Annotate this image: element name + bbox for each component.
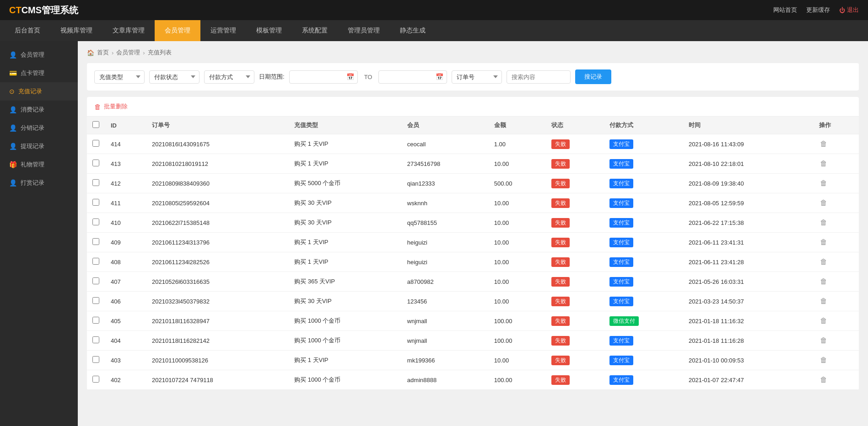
type-filter[interactable]: 充值类型 购买VIP 购买金币 xyxy=(94,70,145,84)
row-id: 403 xyxy=(105,351,146,370)
date-from-wrap: 📅 xyxy=(289,70,358,84)
nav-update-link[interactable]: 更新缓存 xyxy=(806,6,830,14)
search-input[interactable] xyxy=(507,70,571,84)
date-from-input[interactable] xyxy=(289,70,358,84)
nav-item-template[interactable]: 模板管理 xyxy=(246,20,292,41)
breadcrumb: 🏠 首页 › 会员管理 › 充值列表 xyxy=(87,48,859,57)
row-checkbox[interactable] xyxy=(92,140,99,147)
power-icon: ⏻ xyxy=(839,7,845,14)
delete-row-button[interactable]: 🗑 xyxy=(819,375,828,385)
nav-item-member[interactable]: 会员管理 xyxy=(155,20,200,41)
table-header-row: ID 订单号 充值类型 会员 金额 状态 付款方式 时间 操作 xyxy=(87,117,859,134)
pay-filter[interactable]: 付款方式 支付宝 微信支付 xyxy=(204,70,254,84)
main-content: 🏠 首页 › 会员管理 › 充值列表 充值类型 购买VIP 购买金币 付款状态 … xyxy=(78,41,868,426)
row-checkbox[interactable] xyxy=(92,160,99,166)
row-checkbox-cell xyxy=(87,370,105,390)
row-checkbox[interactable] xyxy=(92,258,99,265)
pay-badge: 支付宝 xyxy=(609,159,633,169)
row-checkbox[interactable] xyxy=(92,317,99,324)
breadcrumb-current: 充值列表 xyxy=(148,48,172,57)
batch-delete-button[interactable]: 🗑 批量删除 xyxy=(94,102,128,111)
status-filter[interactable]: 付款状态 成功 失败 xyxy=(149,70,199,84)
row-checkbox[interactable] xyxy=(92,179,99,186)
row-id: 408 xyxy=(105,252,146,272)
breadcrumb-parent[interactable]: 会员管理 xyxy=(116,48,140,57)
delete-row-button[interactable]: 🗑 xyxy=(819,139,828,149)
row-checkbox[interactable] xyxy=(92,199,99,206)
col-pay: 付款方式 xyxy=(604,117,683,134)
row-amount: 10.00 xyxy=(489,213,546,233)
row-checkbox[interactable] xyxy=(92,277,99,284)
row-checkbox[interactable] xyxy=(92,238,99,245)
row-order: 20210118l116328947 xyxy=(146,311,289,331)
sidebar-label-gift: 礼物管理 xyxy=(21,160,44,169)
sidebar-item-reward[interactable]: 👤 打赏记录 xyxy=(0,174,78,192)
order-filter[interactable]: 订单号 xyxy=(452,70,502,84)
nav-item-dashboard[interactable]: 后台首页 xyxy=(5,20,50,41)
row-member: qq5788155 xyxy=(402,213,489,233)
delete-row-button[interactable]: 🗑 xyxy=(819,237,828,247)
breadcrumb-home[interactable]: 首页 xyxy=(97,48,109,57)
row-order: 20210622l715385148 xyxy=(146,213,289,233)
row-order: 20210805l259592604 xyxy=(146,193,289,213)
delete-row-button[interactable]: 🗑 xyxy=(819,178,828,188)
nav-item-static[interactable]: 静态生成 xyxy=(390,20,436,41)
sidebar-item-recharge[interactable]: ⊙ 充值记录 xyxy=(0,82,78,101)
row-checkbox[interactable] xyxy=(92,336,99,343)
date-to-input[interactable] xyxy=(378,70,447,84)
sidebar: 👤 会员管理 💳 点卡管理 ⊙ 充值记录 👤 消费记录 👤 分销记录 👤 提现记… xyxy=(0,41,78,426)
row-time: 2021-03-23 14:50:37 xyxy=(683,292,814,311)
sidebar-item-member[interactable]: 👤 会员管理 xyxy=(0,46,78,64)
table-row: 412 20210809l838409360 购买 5000 个金币 qian1… xyxy=(87,174,859,193)
row-time: 2021-06-11 23:41:31 xyxy=(683,233,814,252)
nav-item-video[interactable]: 视频库管理 xyxy=(50,20,102,41)
row-id: 405 xyxy=(105,311,146,331)
row-member: heiguizi xyxy=(402,233,489,252)
row-order: 20210810218019112 xyxy=(146,154,289,174)
logout-button[interactable]: ⏻ 退出 xyxy=(839,6,859,14)
nav-item-system[interactable]: 系统配置 xyxy=(292,20,338,41)
sidebar-label-withdraw: 提现记录 xyxy=(21,142,44,150)
delete-row-button[interactable]: 🗑 xyxy=(819,316,828,326)
sidebar-item-withdraw[interactable]: 👤 提现记录 xyxy=(0,137,78,155)
delete-row-button[interactable]: 🗑 xyxy=(819,355,828,365)
sidebar-item-card[interactable]: 💳 点卡管理 xyxy=(0,64,78,82)
delete-row-button[interactable]: 🗑 xyxy=(819,296,828,306)
select-all-checkbox[interactable] xyxy=(92,121,99,128)
nav-item-operation[interactable]: 运营管理 xyxy=(200,20,246,41)
row-time: 2021-08-05 12:59:59 xyxy=(683,193,814,213)
delete-row-button[interactable]: 🗑 xyxy=(819,257,828,267)
row-checkbox[interactable] xyxy=(92,356,99,363)
sidebar-item-distribution[interactable]: 👤 分销记录 xyxy=(0,119,78,137)
delete-row-button[interactable]: 🗑 xyxy=(819,198,828,208)
nav-item-article[interactable]: 文章库管理 xyxy=(102,20,155,41)
sidebar-item-consume[interactable]: 👤 消费记录 xyxy=(0,101,78,119)
row-action: 🗑 xyxy=(814,174,859,193)
delete-row-button[interactable]: 🗑 xyxy=(819,335,828,346)
col-status: 状态 xyxy=(546,117,604,134)
row-type: 购买 30 天VIP xyxy=(289,193,402,213)
row-id: 411 xyxy=(105,193,146,213)
sidebar-item-gift[interactable]: 🎁 礼物管理 xyxy=(0,155,78,174)
pay-badge: 支付宝 xyxy=(609,257,633,267)
delete-row-button[interactable]: 🗑 xyxy=(819,277,828,287)
row-time: 2021-01-18 11:16:32 xyxy=(683,311,814,331)
row-action: 🗑 xyxy=(814,233,859,252)
search-button[interactable]: 搜记录 xyxy=(575,69,611,84)
row-amount: 100.00 xyxy=(489,331,546,351)
row-status: 失败 xyxy=(546,174,604,193)
row-checkbox[interactable] xyxy=(92,218,99,225)
nav-item-admin[interactable]: 管理员管理 xyxy=(338,20,390,41)
row-time: 2021-06-11 23:41:28 xyxy=(683,252,814,272)
row-type: 购买 30 天VIP xyxy=(289,292,402,311)
row-checkbox[interactable] xyxy=(92,376,99,383)
row-order: 20210118l116282142 xyxy=(146,331,289,351)
records-table: ID 订单号 充值类型 会员 金额 状态 付款方式 时间 操作 414 2021… xyxy=(87,117,859,390)
nav-home-link[interactable]: 网站首页 xyxy=(773,6,797,14)
row-checkbox[interactable] xyxy=(92,297,99,304)
row-order: 20210526l603316635 xyxy=(146,272,289,292)
delete-row-button[interactable]: 🗑 xyxy=(819,218,828,228)
row-amount: 100.00 xyxy=(489,370,546,390)
delete-row-button[interactable]: 🗑 xyxy=(819,159,828,169)
home-icon: 🏠 xyxy=(87,49,94,56)
